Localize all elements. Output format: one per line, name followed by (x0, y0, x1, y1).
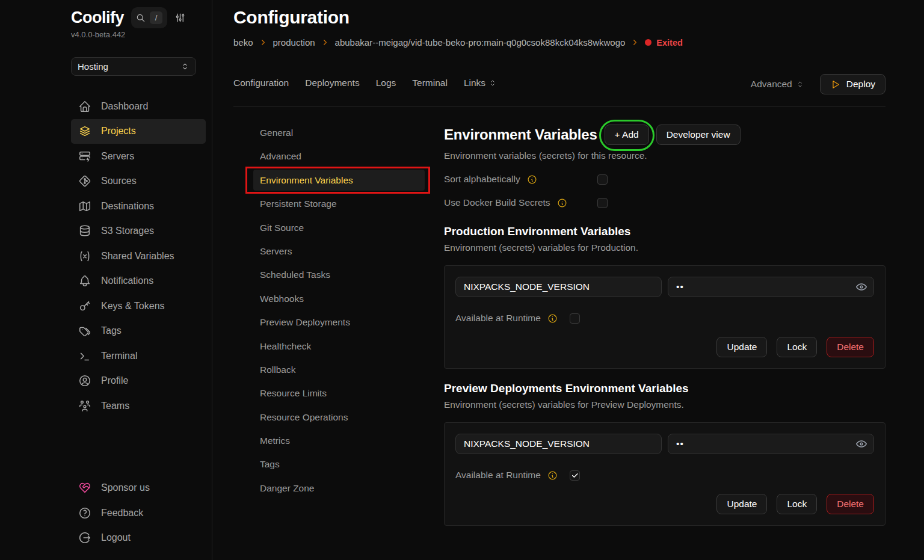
sidebar-item-shared-variables[interactable]: Shared Variables (71, 244, 206, 269)
team-select[interactable]: Hosting (71, 57, 196, 76)
server-icon (78, 150, 91, 163)
breadcrumb-resource[interactable]: abubakar--meigag/vid-tube-beko-pro:main-… (335, 37, 626, 48)
subnav-item-scheduled-tasks[interactable]: Scheduled Tasks (253, 264, 425, 285)
tab-links[interactable]: Links (464, 78, 497, 88)
sidebar-item-logout[interactable]: Logout (71, 526, 206, 551)
docker-build-secrets-label: Use Docker Build Secrets (444, 197, 550, 208)
subnav-item-git-source[interactable]: Git Source (253, 217, 425, 238)
subnav-item-resource-limits[interactable]: Resource Limits (253, 383, 425, 404)
sidebar-nav: Dashboard Projects Servers Sources Desti… (71, 94, 206, 419)
tab-deployments[interactable]: Deployments (305, 78, 359, 88)
home-icon (78, 100, 91, 113)
info-icon (547, 313, 558, 324)
sidebar-item-label: Tags (101, 325, 122, 336)
subnav-item-resource-operations[interactable]: Resource Operations (253, 407, 425, 428)
sidebar-item-destinations[interactable]: Destinations (71, 194, 206, 219)
sort-alphabetically-checkbox[interactable] (597, 174, 608, 185)
delete-button[interactable]: Delete (827, 337, 874, 357)
available-at-runtime-checkbox[interactable] (570, 313, 580, 324)
sidebar-item-teams[interactable]: Teams (71, 393, 206, 419)
eye-icon (855, 438, 867, 450)
sidebar-item-servers[interactable]: Servers (71, 144, 206, 169)
eye-icon (855, 281, 867, 293)
sidebar-item-dashboard[interactable]: Dashboard (71, 94, 206, 119)
subnav-item-tags[interactable]: Tags (253, 454, 425, 475)
selector-icon (488, 79, 497, 87)
subnav-item-advanced[interactable]: Advanced (253, 146, 425, 167)
variable-key-input[interactable] (455, 277, 662, 297)
breadcrumb-project[interactable]: beko (233, 37, 253, 48)
search-icon (136, 13, 146, 23)
add-variable-button[interactable]: + Add (605, 125, 649, 145)
terminal-icon (78, 349, 91, 363)
advanced-dropdown[interactable]: Advanced (751, 79, 804, 90)
sidebar-item-label: Teams (101, 401, 129, 411)
subnav-item-servers[interactable]: Servers (253, 241, 425, 262)
sidebar-item-terminal[interactable]: Terminal (71, 343, 206, 369)
user-circle-icon (78, 374, 91, 387)
available-at-runtime-label: Available at Runtime (455, 470, 541, 481)
search-button[interactable]: / (131, 7, 167, 28)
subnav-item-persistent-storage[interactable]: Persistent Storage (253, 193, 425, 214)
production-section-subtitle: Environment (secrets) variables for Prod… (444, 242, 886, 253)
subnav-item-general[interactable]: General (253, 122, 425, 143)
sidebar-item-projects[interactable]: Projects (71, 119, 206, 144)
sidebar-item-keys-tokens[interactable]: Keys & Tokens (71, 294, 206, 319)
sidebar-item-feedback[interactable]: Feedback (71, 500, 206, 526)
settings-sliders-icon[interactable] (174, 12, 186, 23)
preview-variable-card: Available at Runtime Update Lock Delete (444, 422, 886, 526)
deploy-button[interactable]: Deploy (820, 74, 886, 94)
sidebar-item-tags[interactable]: Tags (71, 319, 206, 344)
database-icon (78, 224, 91, 238)
sidebar-item-label: Terminal (101, 351, 137, 362)
sidebar: Coolify / v4.0.0-beta.442 Hosting Dashbo… (0, 0, 212, 560)
delete-button[interactable]: Delete (827, 494, 874, 514)
subnav-item-healthcheck[interactable]: Healthcheck (253, 336, 425, 357)
info-icon (547, 470, 558, 481)
available-at-runtime-checkbox[interactable] (570, 470, 580, 481)
variable-value-input[interactable] (668, 277, 874, 297)
main-area: Configuration beko production abubakar--… (213, 0, 924, 560)
subnav-item-rollback[interactable]: Rollback (253, 359, 425, 380)
variable-value-input[interactable] (668, 434, 874, 454)
slash-shortcut-badge: / (150, 11, 162, 24)
subnav-item-environment-variables[interactable]: Environment Variables (253, 170, 425, 191)
subnav-item-preview-deployments[interactable]: Preview Deployments (253, 312, 425, 333)
sidebar-item-sources[interactable]: Sources (71, 169, 206, 194)
sidebar-item-s3-storages[interactable]: S3 Storages (71, 219, 206, 244)
tab-links-label: Links (464, 78, 485, 88)
lock-button[interactable]: Lock (777, 494, 817, 514)
breadcrumb: beko production abubakar--meigag/vid-tub… (233, 37, 886, 48)
heart-icon (78, 481, 91, 494)
docker-build-secrets-checkbox[interactable] (597, 198, 608, 208)
sort-alphabetically-row: Sort alphabetically (444, 174, 886, 185)
preview-section-subtitle: Environment (secrets) variables for Prev… (444, 399, 886, 410)
available-at-runtime-row: Available at Runtime (455, 470, 874, 481)
update-button[interactable]: Update (716, 494, 767, 514)
layers-icon (78, 125, 91, 138)
subnav-item-metrics[interactable]: Metrics (253, 430, 425, 451)
production-section-title: Production Environment Variables (444, 225, 886, 238)
tab-configuration[interactable]: Configuration (233, 78, 289, 88)
sidebar-footer: Sponsor us Feedback Logout (71, 476, 206, 551)
logout-icon (78, 531, 91, 544)
subnav-item-webhooks[interactable]: Webhooks (253, 288, 425, 309)
update-button[interactable]: Update (716, 337, 767, 357)
reveal-value-button[interactable] (854, 280, 869, 294)
subnav-item-danger-zone[interactable]: Danger Zone (253, 478, 425, 499)
variable-key-input[interactable] (455, 434, 662, 454)
section-subtitle: Environment variables (secrets) for this… (444, 150, 886, 161)
breadcrumb-environment[interactable]: production (273, 37, 315, 48)
tab-logs[interactable]: Logs (376, 78, 396, 88)
sidebar-item-sponsor-us[interactable]: Sponsor us (71, 476, 206, 501)
status-badge: Exited (645, 38, 683, 48)
tab-terminal[interactable]: Terminal (412, 78, 448, 88)
developer-view-button[interactable]: Developer view (656, 125, 741, 145)
developer-view-label: Developer view (667, 129, 730, 140)
sidebar-item-profile[interactable]: Profile (71, 369, 206, 394)
sidebar-item-notifications[interactable]: Notifications (71, 269, 206, 294)
lock-button[interactable]: Lock (777, 337, 817, 357)
reveal-value-button[interactable] (854, 437, 869, 451)
sort-alphabetically-label: Sort alphabetically (444, 174, 520, 185)
sidebar-item-label: S3 Storages (101, 226, 154, 236)
